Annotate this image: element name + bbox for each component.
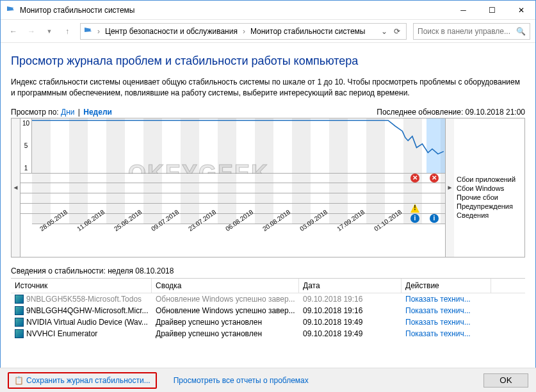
footer: 📋 Сохранить журнал стабильности... Просм… bbox=[0, 368, 536, 392]
page-description: Индекс стабильности системы оценивает об… bbox=[11, 77, 525, 99]
table-row[interactable]: NVVHCI Enumerator Драйвер успешно устано… bbox=[11, 328, 525, 339]
refresh-button[interactable]: ⟳ bbox=[391, 27, 403, 36]
events-table: Источник Сводка Дата Действие 9NBLGGH5K5… bbox=[11, 279, 525, 339]
close-button[interactable]: ✕ bbox=[507, 1, 535, 19]
action-link[interactable]: Показать технич... bbox=[405, 329, 471, 338]
copy-icon: 📋 bbox=[14, 376, 24, 385]
breadcrumb-item-2[interactable]: Монитор стабильности системы bbox=[247, 26, 370, 37]
up-button[interactable]: ↑ bbox=[60, 24, 75, 39]
error-icon: ✕ bbox=[430, 174, 439, 183]
ok-button[interactable]: OK bbox=[483, 373, 528, 388]
flag-icon bbox=[6, 5, 16, 15]
chevron-right-icon[interactable]: › bbox=[241, 27, 247, 36]
minimize-button[interactable]: ─ bbox=[449, 1, 478, 19]
search-box[interactable]: 🔍 bbox=[413, 23, 530, 40]
view-weeks-link[interactable]: Недели bbox=[83, 108, 112, 117]
table-row[interactable]: 9NBLGGH4QGHW-Microsoft.Micr... Обновлени… bbox=[11, 305, 525, 316]
view-mode: Просмотр по: Дни | Недели bbox=[11, 108, 112, 117]
breadcrumb-item-1[interactable]: Центр безопасности и обслуживания bbox=[101, 26, 241, 37]
col-source[interactable]: Источник bbox=[11, 279, 152, 293]
view-days-link[interactable]: Дни bbox=[61, 108, 74, 117]
row-windows-failures[interactable] bbox=[20, 183, 445, 193]
titlebar: Монитор стабильности системы ─ ☐ ✕ bbox=[1, 1, 535, 20]
scroll-left-button[interactable]: ◄ bbox=[12, 118, 20, 257]
flag-icon bbox=[83, 26, 93, 37]
x-axis: 28.05.2018 11.06.2018 25.06.2018 09.07.2… bbox=[32, 224, 445, 256]
forward-button[interactable]: → bbox=[24, 24, 39, 39]
row-app-failures[interactable]: ✕ ✕ bbox=[20, 174, 445, 184]
action-link[interactable]: Показать технич... bbox=[405, 318, 471, 327]
item-icon bbox=[15, 318, 24, 327]
breadcrumb[interactable]: › Центр безопасности и обслуживания › Мо… bbox=[80, 23, 407, 40]
view-all-reports-link[interactable]: Просмотреть все отчеты о проблемах bbox=[168, 373, 314, 388]
scroll-right-button[interactable]: ► bbox=[445, 118, 454, 257]
table-row[interactable]: 9NBLGGH5K558-Microsoft.Todos Обновление … bbox=[11, 293, 525, 305]
details-header: Сведения о стабильности: неделя 08.10.20… bbox=[11, 264, 525, 279]
window-title: Монитор стабильности системы bbox=[20, 6, 449, 15]
item-icon bbox=[15, 295, 24, 304]
col-action[interactable]: Действие bbox=[402, 279, 491, 293]
chart-legend: Сбои приложений Сбои Windows Прочие сбои… bbox=[454, 118, 524, 257]
info-icon: i bbox=[410, 214, 419, 223]
action-link[interactable]: Показать технич... bbox=[405, 306, 471, 315]
table-row[interactable]: NVIDIA Virtual Audio Device (Wav... Драй… bbox=[11, 316, 525, 328]
chevron-right-icon[interactable]: › bbox=[96, 27, 101, 36]
plot-area[interactable]: OKEYGEEK bbox=[32, 118, 445, 173]
col-date[interactable]: Дата bbox=[299, 279, 402, 293]
last-update: Последнее обновление: 09.10.2018 21:00 bbox=[377, 108, 525, 117]
row-other-failures[interactable] bbox=[20, 193, 445, 204]
back-button[interactable]: ← bbox=[6, 24, 21, 39]
warning-icon: ! bbox=[410, 204, 419, 213]
item-icon bbox=[15, 306, 24, 315]
search-input[interactable] bbox=[418, 27, 516, 36]
page-title: Просмотр журнала проблем и стабильности … bbox=[11, 54, 525, 68]
row-warnings[interactable]: ! bbox=[20, 204, 445, 214]
reliability-chart: ◄ 10 5 1 OKEYGEEK ✕ ✕ bbox=[11, 118, 525, 257]
info-icon: i bbox=[430, 214, 439, 223]
item-icon bbox=[15, 329, 24, 338]
maximize-button[interactable]: ☐ bbox=[478, 1, 507, 19]
action-link[interactable]: Показать технич... bbox=[405, 295, 471, 304]
search-icon[interactable]: 🔍 bbox=[516, 27, 526, 36]
navbar: ← → ▼ ↑ › Центр безопасности и обслужива… bbox=[1, 20, 535, 43]
recent-dropdown[interactable]: ▼ bbox=[42, 24, 57, 39]
error-icon: ✕ bbox=[410, 174, 419, 183]
save-report-link[interactable]: 📋 Сохранить журнал стабильности... bbox=[8, 372, 157, 389]
breadcrumb-dropdown[interactable]: ⌄ bbox=[378, 27, 391, 36]
view-label: Просмотр по: bbox=[11, 108, 59, 117]
y-axis: 10 5 1 bbox=[20, 118, 32, 173]
col-summary[interactable]: Сводка bbox=[152, 279, 299, 293]
